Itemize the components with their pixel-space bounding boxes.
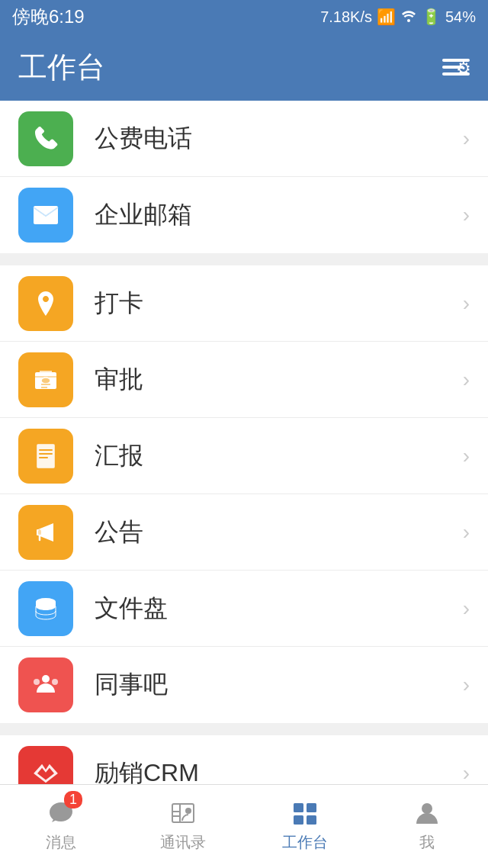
approval-label: 审批 [95, 363, 457, 397]
chevron-icon: › [463, 761, 470, 786]
status-time: 傍晚6:19 [12, 5, 85, 29]
svg-rect-19 [307, 803, 316, 812]
nav-item-me[interactable]: 我 [366, 785, 488, 868]
battery-icon: 🔋 [422, 8, 441, 26]
svg-point-8 [42, 675, 50, 683]
chevron-icon: › [463, 520, 470, 545]
chevron-icon: › [463, 596, 470, 621]
messages-badge: 1 [64, 791, 82, 809]
chevron-icon: › [463, 444, 470, 468]
network-speed: 7.18K/s [320, 8, 372, 26]
messages-nav-label: 消息 [46, 832, 76, 853]
colleagues-icon [18, 657, 73, 712]
nav-item-messages[interactable]: 1 消息 [0, 785, 122, 868]
svg-point-0 [407, 19, 410, 22]
chevron-icon: › [463, 368, 470, 392]
files-icon [18, 581, 73, 636]
chevron-icon: › [463, 291, 470, 316]
workspace-icon [291, 801, 319, 829]
chevron-icon: › [463, 203, 470, 227]
menu-item-report[interactable]: 汇报 › [0, 418, 488, 494]
svg-rect-3 [37, 444, 55, 468]
email-label: 企业邮箱 [95, 198, 457, 232]
phone-label: 公费电话 [95, 122, 457, 156]
colleagues-label: 同事吧 [95, 668, 457, 702]
signal-icon: 📶 [377, 8, 396, 26]
section-work-tools: 打卡 › 审批 › [0, 265, 488, 723]
gear-icon: ⚙ [456, 59, 471, 79]
menu-item-colleagues[interactable]: 同事吧 › [0, 647, 488, 723]
files-label: 文件盘 [95, 592, 457, 625]
wifi-icon [400, 8, 417, 26]
menu-item-checkin[interactable]: 打卡 › [0, 265, 488, 342]
status-right: 7.18K/s 📶 🔋 54% [320, 8, 476, 26]
svg-point-2 [41, 378, 50, 384]
checkin-label: 打卡 [95, 287, 457, 320]
battery-percent: 54% [445, 8, 476, 26]
notice-label: 公告 [95, 516, 457, 549]
menu-item-approval[interactable]: 审批 › [0, 342, 488, 418]
page-title: 工作台 [18, 48, 105, 87]
workspace-nav-label: 工作台 [282, 832, 328, 853]
phone-icon [18, 111, 73, 166]
menu-item-notice[interactable]: 公告 › [0, 494, 488, 571]
checkin-icon [18, 276, 73, 331]
svg-rect-18 [294, 803, 303, 812]
status-bar: 傍晚6:19 7.18K/s 📶 🔋 54% [0, 0, 488, 34]
bottom-nav: 1 消息 通讯录 [0, 784, 488, 868]
main-content: 公费电话 › 企业邮箱 › [0, 101, 488, 868]
svg-point-17 [185, 808, 191, 814]
svg-rect-21 [307, 815, 316, 825]
menu-settings-button[interactable]: ⚙ [442, 59, 470, 76]
report-icon [18, 429, 73, 484]
chevron-icon: › [463, 673, 470, 697]
section-communication: 公费电话 › 企业邮箱 › [0, 101, 488, 253]
contacts-icon [169, 801, 197, 829]
menu-item-files[interactable]: 文件盘 › [0, 571, 488, 647]
app-header: 工作台 ⚙ [0, 34, 488, 101]
notice-icon [18, 505, 73, 560]
chevron-icon: › [463, 127, 470, 151]
nav-item-contacts[interactable]: 通讯录 [122, 785, 244, 868]
svg-point-22 [422, 803, 432, 814]
report-label: 汇报 [95, 439, 457, 473]
nav-item-workspace[interactable]: 工作台 [244, 785, 366, 868]
menu-content: 公费电话 › 企业邮箱 › [0, 101, 488, 868]
svg-point-9 [34, 679, 40, 685]
svg-rect-20 [294, 815, 303, 825]
approval-icon [18, 352, 73, 407]
menu-item-phone[interactable]: 公费电话 › [0, 101, 488, 177]
svg-point-10 [52, 679, 58, 685]
email-icon [18, 188, 73, 243]
contacts-nav-label: 通讯录 [160, 832, 206, 853]
menu-item-email[interactable]: 企业邮箱 › [0, 177, 488, 253]
me-nav-label: 我 [419, 832, 435, 853]
me-icon [413, 801, 441, 829]
